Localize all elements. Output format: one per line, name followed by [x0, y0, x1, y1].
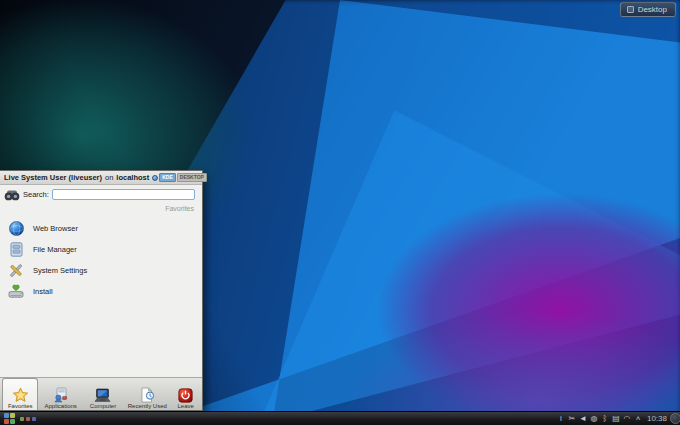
klipper-icon[interactable]: ✂: [567, 413, 577, 425]
tab-applications[interactable]: Applications: [38, 383, 82, 410]
desktop-toolbox-icon: [627, 6, 634, 13]
kickoff-header-connector: on: [105, 173, 113, 182]
web-browser-globe-icon: [8, 221, 24, 237]
search-input[interactable]: [52, 189, 195, 200]
tab-label: Applications: [44, 403, 76, 409]
wifi-icon[interactable]: ◠: [622, 413, 632, 425]
panel-toolbox-cashew-icon[interactable]: [670, 413, 680, 424]
computer-laptop-icon: [94, 387, 111, 403]
menu-item-label: Install: [33, 287, 53, 296]
taskbar-panel: i ✂ ◄ ◍ ᛒ ▤ ◠ ˄ 10:38: [0, 411, 680, 425]
desktop-pager[interactable]: [20, 417, 36, 421]
applications-icon: [53, 387, 68, 403]
kickoff-search-row: Search:: [0, 185, 202, 204]
tab-computer[interactable]: Computer: [83, 383, 123, 410]
network-icon[interactable]: ◍: [589, 413, 599, 425]
digital-clock[interactable]: 10:38: [647, 414, 667, 423]
notifications-icon[interactable]: i: [556, 413, 566, 425]
system-tray: i ✂ ◄ ◍ ᛒ ▤ ◠ ˄ 10:38: [556, 413, 678, 425]
kickoff-tab-bar: Favorites Applications: [0, 377, 202, 410]
system-settings-tools-icon: [8, 263, 24, 279]
menu-item-label: File Manager: [33, 245, 77, 254]
file-manager-icon: [8, 242, 24, 258]
tray-expander-icon[interactable]: ˄: [633, 413, 643, 425]
kde-branding-badge: KDE DESKTOP: [152, 173, 207, 182]
desktop-badge-label: DESKTOP: [177, 173, 207, 182]
search-label: Search:: [23, 190, 49, 199]
menu-item-system-settings[interactable]: System Settings: [0, 260, 202, 281]
menu-item-install[interactable]: Install: [0, 281, 202, 302]
kde-badge-label: KDE: [159, 173, 176, 182]
breadcrumb: Favorites: [0, 204, 202, 215]
tab-label: Favorites: [8, 403, 33, 409]
kickoff-menu: Live System User (liveuser) on localhost…: [0, 170, 203, 411]
tab-label: Computer: [90, 403, 116, 409]
application-launcher-icon[interactable]: [4, 413, 16, 424]
desktop-toolbox-button[interactable]: Desktop: [620, 2, 676, 17]
kde-logo-icon: [152, 175, 158, 181]
tab-recently-used[interactable]: Recently Used: [123, 383, 171, 410]
tab-favorites[interactable]: Favorites: [2, 378, 38, 410]
menu-item-label: Web Browser: [33, 224, 78, 233]
menu-item-file-manager[interactable]: File Manager: [0, 239, 202, 260]
tab-label: Leave: [178, 403, 194, 409]
recently-used-clock-icon: [140, 387, 155, 403]
tab-leave[interactable]: Leave: [171, 383, 200, 410]
search-binoculars-icon: [4, 187, 20, 203]
device-notifier-icon[interactable]: ▤: [611, 413, 621, 425]
kickoff-header: Live System User (liveuser) on localhost…: [0, 171, 202, 185]
desktop-toolbox-label: Desktop: [638, 5, 667, 14]
favorites-list: Web Browser File Manager: [0, 215, 202, 377]
kickoff-hostname: localhost: [116, 173, 149, 182]
menu-item-label: System Settings: [33, 266, 87, 275]
favorites-star-icon: [12, 387, 29, 403]
bluetooth-icon[interactable]: ᛒ: [600, 413, 610, 425]
desktop-screen: Desktop Live System User (liveuser) on l…: [0, 0, 680, 425]
volume-icon[interactable]: ◄: [578, 413, 588, 425]
kickoff-user-name: Live System User (liveuser): [4, 173, 102, 182]
tab-label: Recently Used: [128, 403, 167, 409]
install-drive-icon: [8, 284, 24, 300]
leave-power-icon: [178, 387, 193, 403]
menu-item-web-browser[interactable]: Web Browser: [0, 218, 202, 239]
